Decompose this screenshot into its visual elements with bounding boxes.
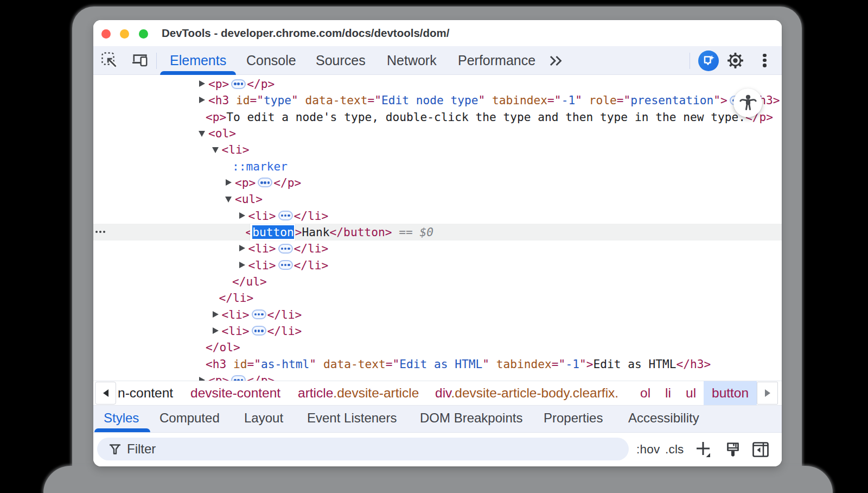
minimize-window-button[interactable] — [120, 29, 129, 39]
breadcrumb-item[interactable]: ul — [686, 381, 696, 405]
ellipsis-expand-icon[interactable] — [231, 375, 246, 381]
dom-tree-row[interactable]: </ul> — [93, 273, 782, 290]
expand-arrow-icon[interactable] — [199, 92, 206, 109]
dom-tree-row[interactable]: <li></li> — [93, 207, 782, 224]
devtools-window: DevTools - developer.chrome.com/docs/dev… — [93, 20, 782, 466]
breadcrumb-item[interactable]: n-content — [118, 381, 173, 405]
dom-tree-row[interactable]: </ol> — [93, 339, 782, 356]
tab-network[interactable]: Network — [387, 46, 437, 74]
dom-tree-row[interactable]: <li></li> — [93, 306, 782, 323]
panel-tab-event-listeners[interactable]: Event Listeners — [307, 406, 397, 432]
dom-tree-row[interactable]: <li></li> — [93, 240, 782, 257]
expand-arrow-icon[interactable] — [212, 306, 220, 323]
panel-tab-properties[interactable]: Properties — [544, 406, 603, 432]
breadcrumb-bar: n-contentdevsite-contentarticle.devsite-… — [93, 381, 782, 406]
new-style-rule-button[interactable] — [695, 433, 714, 466]
zoom-window-button[interactable] — [139, 29, 148, 39]
panel-tab-styles[interactable]: Styles — [104, 406, 139, 432]
dom-tree-row[interactable]: <p>To edit a node's type, double-click t… — [93, 109, 782, 125]
dom-tree-row[interactable]: </li> — [93, 289, 782, 306]
dom-tree-row[interactable]: <li></li> — [93, 257, 782, 274]
toolbar-separator-right — [690, 53, 690, 69]
expand-arrow-icon[interactable] — [239, 240, 246, 257]
expand-arrow-icon[interactable] — [199, 75, 206, 92]
device-toolbar-icon[interactable] — [130, 46, 150, 75]
dom-tree-row[interactable]: <li> — [93, 141, 782, 158]
breadcrumb-item[interactable]: article.devsite-article — [298, 381, 419, 405]
panel-tab-computed[interactable]: Computed — [159, 406, 220, 432]
rendering-brush-button[interactable] — [726, 433, 740, 466]
dom-tree-panel: <p></p><h3 id="type" data-text="Edit nod… — [93, 75, 782, 381]
expand-arrow-icon[interactable] — [212, 323, 220, 339]
tab-performance[interactable]: Performance — [458, 46, 535, 74]
ellipsis-expand-icon[interactable] — [278, 260, 293, 270]
dom-tree-row[interactable]: <button>Hank</button> == $0 — [93, 224, 782, 241]
row-adorner-dots-icon[interactable] — [95, 231, 107, 233]
close-window-button[interactable] — [101, 29, 111, 39]
window-title: DevTools - developer.chrome.com/docs/dev… — [162, 20, 449, 46]
expand-arrow-icon[interactable] — [225, 174, 233, 191]
breadcrumb-item[interactable]: devsite-content — [190, 381, 280, 405]
panel-tab-dom-breakpoints[interactable]: DOM Breakpoints — [420, 406, 522, 432]
page: { "window": { "title": "DevTools - devel… — [0, 0, 868, 493]
collapse-arrow-icon[interactable] — [225, 191, 233, 207]
dom-tree-row[interactable]: <h3 id="as-html" data-text="Edit as HTML… — [93, 356, 782, 372]
gray-backdrop-lower — [43, 466, 833, 493]
dom-tree-row[interactable]: <h3 id="type" data-text="Edit node type"… — [93, 92, 782, 109]
menu-kebab-icon[interactable] — [761, 54, 768, 68]
ellipsis-expand-icon[interactable] — [231, 79, 246, 89]
more-tabs-icon[interactable] — [548, 46, 564, 75]
filter-placeholder: Filter — [127, 441, 156, 457]
breadcrumb-item[interactable]: button — [712, 381, 749, 405]
settings-gear-icon[interactable] — [727, 46, 744, 75]
ellipsis-expand-icon[interactable] — [278, 211, 293, 220]
dom-tree-row[interactable]: <li></li> — [93, 323, 782, 339]
ellipsis-expand-icon[interactable] — [252, 309, 266, 319]
toggle-element-state-button[interactable]: :hov — [636, 433, 660, 466]
sidebar-panel-tabs: StylesComputedLayoutEvent ListenersDOM B… — [93, 406, 782, 433]
accessibility-floating-button[interactable] — [733, 89, 762, 117]
tab-elements[interactable]: Elements — [170, 46, 226, 74]
panel-tab-layout[interactable]: Layout — [244, 406, 283, 432]
dom-tree-row[interactable]: <p></p> — [93, 174, 782, 191]
ai-assistance-button[interactable] — [698, 50, 719, 71]
expand-arrow-icon[interactable] — [199, 372, 206, 381]
panel-tab-accessibility[interactable]: Accessibility — [628, 406, 699, 432]
tag-name-edit-box[interactable]: button — [250, 224, 295, 241]
devtools-toolbar: ElementsConsoleSourcesNetworkPerformance — [93, 46, 782, 75]
styles-filter-row: Filter :hov .cls — [93, 433, 782, 466]
breadcrumb-item[interactable]: li — [665, 381, 671, 405]
inspect-element-icon[interactable] — [100, 46, 119, 75]
dom-tree-row[interactable]: <ul> — [93, 191, 782, 207]
tab-console[interactable]: Console — [246, 46, 296, 74]
titlebar: DevTools - developer.chrome.com/docs/dev… — [93, 20, 782, 46]
tab-sources[interactable]: Sources — [316, 46, 366, 74]
expand-arrow-icon[interactable] — [239, 207, 246, 224]
filter-funnel-icon — [109, 444, 121, 454]
ellipsis-expand-icon[interactable] — [258, 178, 272, 187]
dom-tree-row[interactable]: ::marker — [93, 158, 782, 175]
dom-tree-row[interactable]: <p></p> — [93, 75, 782, 92]
expand-arrow-icon[interactable] — [239, 257, 246, 274]
left-triangle-icon — [103, 389, 108, 397]
styles-filter-input[interactable]: Filter — [97, 438, 629, 460]
breadcrumb-scroll-left-button[interactable] — [95, 382, 116, 404]
ellipsis-expand-icon[interactable] — [278, 244, 293, 254]
collapse-arrow-icon[interactable] — [199, 125, 206, 142]
dom-tree-row[interactable]: <p></p> — [93, 372, 782, 381]
element-classes-button[interactable]: .cls — [665, 433, 684, 466]
breadcrumb-scroll-right-button[interactable] — [757, 382, 778, 404]
breadcrumb-item[interactable]: ol — [640, 381, 650, 405]
toggle-sidebar-panel-button[interactable] — [752, 433, 769, 466]
toolbar-separator — [156, 53, 157, 69]
breadcrumb-item[interactable]: div.devsite-article-body.clearfix. — [435, 381, 618, 405]
ellipsis-expand-icon[interactable] — [252, 326, 266, 336]
right-triangle-icon — [765, 389, 770, 397]
dom-tree-row[interactable]: <ol> — [93, 125, 782, 142]
collapse-arrow-icon[interactable] — [212, 141, 220, 158]
